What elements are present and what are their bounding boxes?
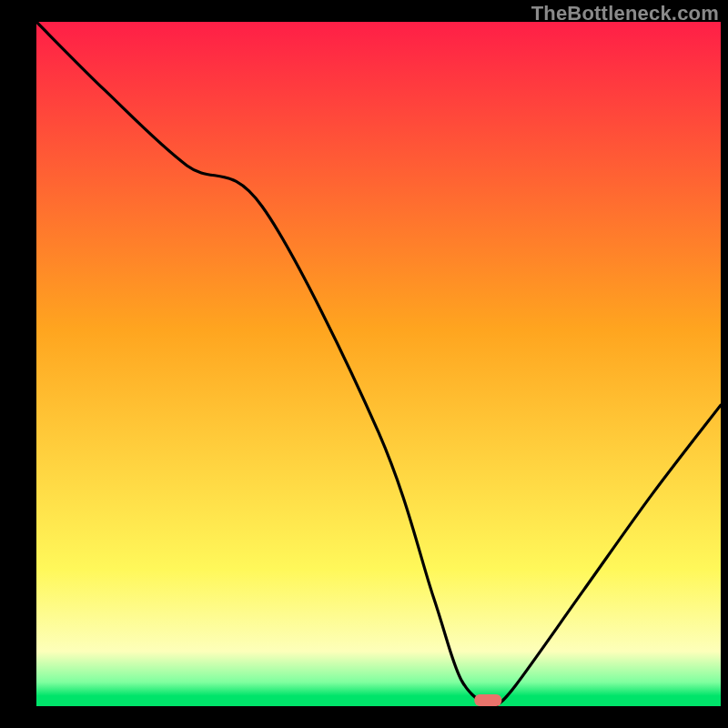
optimal-marker bbox=[474, 694, 501, 706]
chart-svg bbox=[36, 22, 721, 706]
plot-area bbox=[36, 22, 721, 706]
watermark-text: TheBottleneck.com bbox=[531, 2, 719, 25]
chart-frame: TheBottleneck.com bbox=[0, 0, 728, 728]
bottleneck-curve bbox=[36, 22, 721, 706]
